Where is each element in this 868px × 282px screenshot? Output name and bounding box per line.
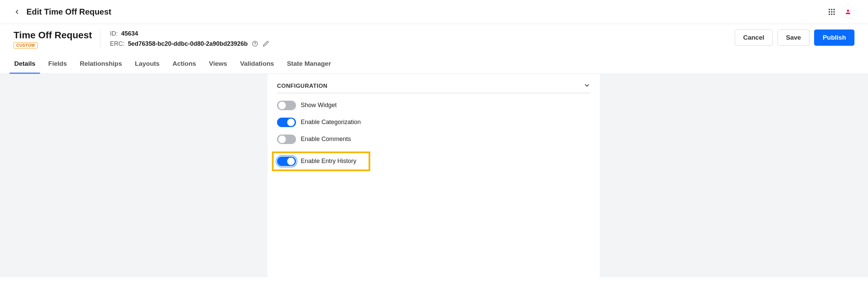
object-block: Time Off Request CUSTOM xyxy=(14,29,100,48)
help-circle-icon xyxy=(252,41,258,47)
toggle-enable-comments[interactable] xyxy=(277,135,296,144)
avatar[interactable] xyxy=(842,5,854,18)
config-label-enable-categorization: Enable Categorization xyxy=(301,119,361,126)
content-area: CONFIGURATION Show Widget Enable Categor… xyxy=(0,74,868,277)
configuration-section-header[interactable]: CONFIGURATION xyxy=(277,82,590,93)
tab-views[interactable]: Views xyxy=(208,54,228,74)
topbar-left: Edit Time Off Request xyxy=(14,7,111,17)
tabs: Details Fields Relationships Layouts Act… xyxy=(0,54,868,74)
config-row-enable-categorization: Enable Categorization xyxy=(277,118,590,127)
header-left: Time Off Request CUSTOM ID: 45634 ERC: 5… xyxy=(14,29,270,48)
configuration-card: CONFIGURATION Show Widget Enable Categor… xyxy=(268,74,600,277)
save-button[interactable]: Save xyxy=(777,29,809,46)
config-label-enable-comments: Enable Comments xyxy=(301,136,351,143)
header-actions: Cancel Save Publish xyxy=(735,29,854,46)
config-label-enable-entry-history: Enable Entry History xyxy=(301,158,356,165)
meta-rows: ID: 45634 ERC: 5ed76358-bc20-ddbc-0d80-2… xyxy=(110,30,269,47)
chevron-left-icon xyxy=(14,8,20,15)
page-title: Edit Time Off Request xyxy=(26,7,111,17)
custom-badge: CUSTOM xyxy=(14,42,38,48)
config-row-enable-entry-history: Enable Entry History xyxy=(272,152,370,171)
toggle-enable-categorization[interactable] xyxy=(277,118,296,127)
meta-row-erc: ERC: 5ed76358-bc20-ddbc-0d80-2a90bd23926… xyxy=(110,40,269,47)
tab-details[interactable]: Details xyxy=(14,54,36,74)
edit-erc-button[interactable] xyxy=(262,40,270,47)
object-name: Time Off Request xyxy=(14,29,92,41)
toggle-show-widget[interactable] xyxy=(277,101,296,110)
publish-button[interactable]: Publish xyxy=(814,29,854,46)
id-label: ID: xyxy=(110,30,118,37)
toggle-enable-entry-history[interactable] xyxy=(277,157,296,166)
configuration-title: CONFIGURATION xyxy=(277,83,328,89)
meta-row-id: ID: 45634 xyxy=(110,30,269,37)
back-button[interactable] xyxy=(14,8,20,15)
erc-value: 5ed76358-bc20-ddbc-0d80-2a90bd23926b xyxy=(128,40,248,47)
config-label-show-widget: Show Widget xyxy=(301,102,337,109)
header: Time Off Request CUSTOM ID: 45634 ERC: 5… xyxy=(0,24,868,54)
id-value: 45634 xyxy=(121,30,138,37)
help-button[interactable] xyxy=(251,40,259,47)
apps-grid-icon[interactable] xyxy=(829,9,835,15)
topbar-right xyxy=(829,5,854,18)
cancel-button[interactable]: Cancel xyxy=(735,29,773,46)
tab-state-manager[interactable]: State Manager xyxy=(286,54,332,74)
tab-validations[interactable]: Validations xyxy=(239,54,275,74)
configuration-list: Show Widget Enable Categorization Enable… xyxy=(277,101,590,171)
tab-fields[interactable]: Fields xyxy=(47,54,67,74)
person-icon xyxy=(845,8,851,15)
tabs-wrapper: Details Fields Relationships Layouts Act… xyxy=(0,54,868,74)
tab-layouts[interactable]: Layouts xyxy=(134,54,160,74)
tab-actions[interactable]: Actions xyxy=(172,54,197,74)
collapse-configuration-button[interactable] xyxy=(584,82,590,90)
config-row-enable-comments: Enable Comments xyxy=(277,135,590,144)
pencil-icon xyxy=(263,41,269,47)
chevron-down-icon xyxy=(584,82,590,89)
erc-label: ERC: xyxy=(110,40,124,47)
tab-relationships[interactable]: Relationships xyxy=(79,54,123,74)
config-row-show-widget: Show Widget xyxy=(277,101,590,110)
topbar: Edit Time Off Request xyxy=(0,0,868,24)
